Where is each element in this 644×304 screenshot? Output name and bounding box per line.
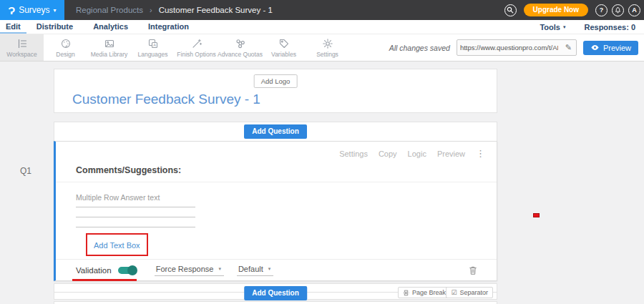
translate-icon: A: [147, 38, 159, 49]
question-copy-link[interactable]: Copy: [379, 149, 397, 158]
edit-url-pencil-icon[interactable]: ✎: [561, 43, 576, 52]
validation-red-underline-annotation: [72, 279, 137, 281]
nav-right: Tools ▾ Responses: 0: [540, 20, 644, 34]
workspace-icon: [16, 38, 28, 49]
question-text[interactable]: Comments/Suggestions:: [76, 165, 181, 175]
surveys-app-switcher[interactable]: Ɂ Surveys ▾: [0, 0, 64, 20]
search-button[interactable]: [504, 4, 517, 16]
questionpro-logo-icon: Ɂ: [8, 5, 15, 16]
linked-nodes-icon: [235, 38, 246, 49]
gear-icon: [322, 38, 333, 49]
magic-wand-icon: [191, 38, 203, 49]
question-footer-row: Validation Force Response ▾ Default ▾: [56, 259, 497, 280]
breadcrumb-separator-icon: ›: [150, 6, 152, 14]
toolbar-item-design[interactable]: Design: [44, 34, 87, 61]
toolbar-item-variables[interactable]: Variables: [262, 34, 306, 61]
upgrade-now-button[interactable]: Upgrade Now: [524, 4, 588, 16]
toolbar-right: All changes saved ✎ Preview: [389, 34, 644, 61]
bell-icon: [614, 6, 622, 14]
toolbar-label: Workspace: [6, 51, 36, 58]
toolbar-label: Finish Options: [177, 51, 215, 58]
question-text-divider: [56, 182, 497, 182]
delete-question-button[interactable]: [469, 265, 477, 275]
force-response-select[interactable]: Force Response ▾: [155, 265, 224, 276]
tab-analytics[interactable]: Analytics: [83, 20, 138, 34]
answer-placeholder[interactable]: Multiple Row Answer text: [76, 193, 160, 202]
question-card-q1: Settings Copy Logic Preview ⋮ Comments/S…: [54, 141, 497, 281]
toolbar-item-workspace[interactable]: Workspace: [0, 34, 44, 61]
app-name: Surveys: [19, 5, 49, 15]
topbar-actions: Upgrade Now ? A: [504, 4, 644, 16]
next-section-card-edge: [54, 301, 497, 304]
chevron-down-icon: ▾: [268, 266, 271, 272]
add-question-button-top[interactable]: Add Question: [244, 124, 307, 139]
top-bar: Ɂ Surveys ▾ Regional Products › Customer…: [0, 0, 644, 20]
kebab-menu-icon[interactable]: ⋮: [476, 148, 485, 159]
force-response-value: Force Response: [156, 265, 214, 273]
separator-button[interactable]: ☑ Separator: [446, 287, 493, 298]
tools-label: Tools: [540, 23, 560, 31]
checkbox-icon: ☑: [451, 290, 457, 296]
validation-type-select[interactable]: Default ▾: [237, 265, 273, 276]
chevron-down-icon: ▾: [54, 7, 57, 14]
page-break-button[interactable]: Page Break: [398, 287, 451, 298]
add-text-box-highlight: Add Text Box: [86, 233, 148, 256]
palette-icon: [60, 38, 72, 49]
toolbar-label: Settings: [316, 51, 338, 58]
preview-button[interactable]: Preview: [583, 41, 638, 55]
page-break-icon: [403, 290, 409, 296]
breadcrumb-folder[interactable]: Regional Products: [76, 6, 143, 14]
survey-title[interactable]: Customer Feedback Survey - 1: [72, 92, 260, 107]
question-menu: Settings Copy Logic Preview ⋮: [339, 148, 485, 159]
eye-icon: [590, 44, 600, 51]
tag-icon: [278, 38, 290, 49]
toolbar-item-languages[interactable]: A Languages: [131, 34, 175, 61]
question-logic-link[interactable]: Logic: [408, 149, 426, 158]
toolbar-label: Design: [56, 51, 74, 58]
toolbar-label: Languages: [137, 51, 167, 58]
toolbar-item-finish-options[interactable]: Finish Options: [175, 34, 218, 61]
breadcrumb-current: Customer Feedback Survey - 1: [159, 6, 273, 14]
trash-icon: [469, 265, 477, 275]
search-icon: [507, 6, 514, 14]
separator-label: Separator: [459, 289, 488, 296]
survey-url-box: ✎: [457, 39, 577, 56]
tab-edit[interactable]: Edit: [0, 20, 26, 34]
add-question-strip-top: Add Question: [54, 122, 497, 141]
avatar[interactable]: A: [628, 4, 640, 16]
toggle-knob: [127, 265, 137, 275]
responses-count[interactable]: Responses: 0: [584, 23, 635, 31]
preview-label: Preview: [603, 44, 631, 52]
autosave-status: All changes saved: [389, 44, 450, 52]
chevron-down-icon: ▾: [218, 266, 221, 272]
toolbar-label: Media Library: [91, 51, 128, 58]
add-logo-button[interactable]: Add Logo: [254, 74, 298, 88]
svg-text:A: A: [153, 43, 156, 47]
image-icon: [104, 38, 115, 49]
tab-distribute[interactable]: Distribute: [26, 20, 83, 34]
breadcrumb: Regional Products › Customer Feedback Su…: [76, 6, 273, 14]
survey-nav-tabs: Edit Distribute Analytics Integration To…: [0, 20, 644, 34]
help-button[interactable]: ?: [595, 4, 608, 16]
survey-header-card: Add Logo Customer Feedback Survey - 1: [54, 69, 497, 113]
tools-menu[interactable]: Tools ▾: [540, 23, 565, 31]
chevron-down-icon: ▾: [563, 24, 566, 30]
red-dash-annotation: [533, 213, 540, 217]
answer-row-line: [76, 207, 195, 207]
answer-row-line: [76, 227, 195, 227]
answer-row-line: [76, 217, 195, 217]
survey-canvas: Q1 Add Logo Customer Feedback Survey - 1…: [0, 62, 644, 304]
toolbar-item-settings[interactable]: Settings: [306, 34, 349, 61]
question-preview-link[interactable]: Preview: [437, 149, 465, 158]
tab-integration[interactable]: Integration: [138, 20, 199, 34]
toolbar-item-media-library[interactable]: Media Library: [87, 34, 131, 61]
toolbar-item-advance-quotas[interactable]: Advance Quotas: [218, 34, 262, 61]
survey-url-input[interactable]: [457, 44, 561, 52]
validation-toggle[interactable]: [118, 267, 136, 274]
add-text-box-link[interactable]: Add Text Box: [94, 241, 140, 250]
add-question-button-bottom[interactable]: Add Question: [244, 286, 307, 300]
question-settings-link[interactable]: Settings: [339, 149, 368, 158]
toolbar-label: Variables: [271, 51, 296, 58]
notifications-button[interactable]: [612, 4, 624, 16]
page-break-label: Page Break: [412, 289, 446, 296]
